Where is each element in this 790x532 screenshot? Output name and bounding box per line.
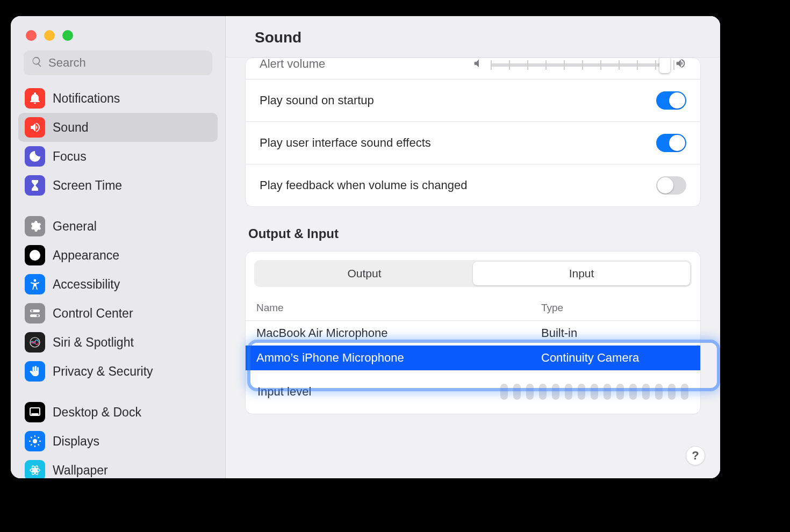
input-level-label: Input level — [257, 385, 311, 399]
sun-icon — [25, 431, 45, 451]
level-bar — [655, 384, 663, 400]
moon-icon — [25, 146, 45, 167]
sidebar-item-focus[interactable]: Focus — [18, 142, 218, 171]
svg-point-0 — [34, 279, 37, 282]
sidebar-item-wallpaper[interactable]: Wallpaper — [18, 456, 218, 478]
search-field[interactable] — [24, 51, 212, 75]
sidebar-item-accessibility[interactable]: Accessibility — [18, 270, 218, 299]
sidebar-item-desktop-dock[interactable]: Desktop & Dock — [18, 398, 218, 427]
siri-icon — [25, 332, 45, 353]
search-icon — [31, 56, 48, 70]
sidebar-item-control-center[interactable]: Control Center — [18, 299, 218, 328]
level-bar — [616, 384, 624, 400]
search-input[interactable] — [48, 56, 205, 70]
speaker-icon — [25, 117, 45, 138]
level-bar — [539, 384, 547, 400]
ui-sounds-row: Play user interface sound effects — [246, 122, 700, 164]
level-bar — [681, 384, 688, 400]
alert-volume-row: Alert volume — [246, 58, 700, 80]
device-name: Ammo’s iPhone Microphone — [256, 351, 541, 365]
device-type: Continuity Camera — [541, 351, 690, 365]
titlebar: Sound — [226, 16, 720, 57]
content-scroll[interactable]: Alert volume — [226, 57, 720, 478]
startup-sound-toggle[interactable] — [656, 91, 686, 110]
sound-effects-group: Alert volume — [245, 57, 701, 207]
level-bar — [591, 384, 598, 400]
sidebar-item-displays[interactable]: Displays — [18, 427, 218, 456]
svg-point-4 — [37, 315, 39, 317]
switches-icon — [25, 303, 45, 323]
volume-feedback-toggle[interactable] — [656, 176, 686, 195]
sidebar-item-general[interactable]: General — [18, 212, 218, 241]
level-bar — [668, 384, 676, 400]
level-bar — [565, 384, 572, 400]
device-row[interactable]: Ammo’s iPhone MicrophoneContinuity Camer… — [246, 346, 700, 370]
ui-sounds-toggle[interactable] — [656, 134, 686, 152]
io-segmented-control: Output Input — [254, 260, 692, 287]
sidebar-item-appearance[interactable]: Appearance — [18, 241, 218, 270]
device-table-header: Name Type — [246, 294, 700, 321]
output-input-heading: Output & Input — [248, 226, 698, 241]
level-bar — [642, 384, 650, 400]
sidebar-item-label: Sound — [53, 120, 89, 135]
sidebar-item-label: Privacy & Security — [53, 364, 153, 379]
sidebar-item-privacy-security[interactable]: Privacy & Security — [18, 357, 218, 386]
sidebar-item-label: Accessibility — [53, 277, 120, 292]
sidebar-list: NotificationsSoundFocusScreen TimeGenera… — [11, 84, 225, 478]
alert-volume-slider[interactable] — [472, 58, 686, 73]
column-header-name: Name — [256, 302, 541, 314]
sidebar-item-label: General — [53, 219, 97, 234]
startup-sound-row: Play sound on startup — [246, 80, 700, 122]
sidebar-item-label: Focus — [53, 149, 87, 164]
sidebar-item-screen-time[interactable]: Screen Time — [18, 171, 218, 200]
startup-sound-label: Play sound on startup — [260, 94, 374, 107]
fullscreen-window-button[interactable] — [62, 30, 73, 41]
sidebar-item-siri-spotlight[interactable]: Siri & Spotlight — [18, 328, 218, 357]
level-bar — [578, 384, 585, 400]
tab-input[interactable]: Input — [473, 262, 690, 285]
sidebar-item-label: Appearance — [53, 248, 119, 263]
svg-point-8 — [33, 439, 37, 443]
tab-output[interactable]: Output — [256, 262, 473, 285]
page-title: Sound — [255, 29, 699, 46]
input-level-meter — [500, 384, 688, 400]
device-row[interactable]: MacBook Air MicrophoneBuilt-in — [246, 321, 700, 346]
alert-volume-knob[interactable] — [659, 58, 670, 73]
dock-icon — [25, 402, 45, 422]
output-input-group: Output Input Name Type MacBook Air Micro… — [245, 251, 701, 414]
sidebar-item-label: Displays — [53, 434, 99, 449]
sidebar-item-label: Screen Time — [53, 178, 122, 193]
svg-point-3 — [31, 310, 33, 312]
sidebar-item-label: Wallpaper — [53, 463, 108, 478]
volume-feedback-label: Play feedback when volume is changed — [260, 178, 467, 192]
main-panel: Sound Alert volume — [226, 16, 720, 478]
window-controls — [11, 27, 225, 51]
level-bar — [500, 384, 508, 400]
svg-line-13 — [31, 437, 32, 438]
svg-line-15 — [31, 444, 32, 445]
hand-icon — [25, 361, 45, 382]
level-bar — [526, 384, 534, 400]
hourglass-icon — [25, 175, 45, 196]
speaker-high-icon — [674, 58, 686, 73]
sidebar: NotificationsSoundFocusScreen TimeGenera… — [11, 16, 226, 478]
sidebar-item-notifications[interactable]: Notifications — [18, 84, 218, 113]
help-button[interactable]: ? — [686, 446, 705, 465]
accessibility-icon — [25, 274, 45, 294]
ui-sounds-label: Play user interface sound effects — [260, 136, 431, 150]
speaker-low-icon — [472, 58, 484, 73]
svg-line-14 — [38, 444, 39, 445]
device-name: MacBook Air Microphone — [256, 326, 541, 340]
gear-icon — [25, 216, 45, 236]
volume-feedback-row: Play feedback when volume is changed — [246, 164, 700, 206]
minimize-window-button[interactable] — [44, 30, 55, 41]
device-table-body: MacBook Air MicrophoneBuilt-inAmmo’s iPh… — [246, 321, 700, 370]
sidebar-item-label: Control Center — [53, 306, 133, 321]
level-bar — [604, 384, 611, 400]
close-window-button[interactable] — [26, 30, 37, 41]
sidebar-item-sound[interactable]: Sound — [18, 113, 218, 142]
sidebar-item-label: Siri & Spotlight — [53, 335, 134, 350]
level-bar — [629, 384, 637, 400]
device-type: Built-in — [541, 326, 690, 340]
alert-volume-label: Alert volume — [260, 58, 325, 71]
